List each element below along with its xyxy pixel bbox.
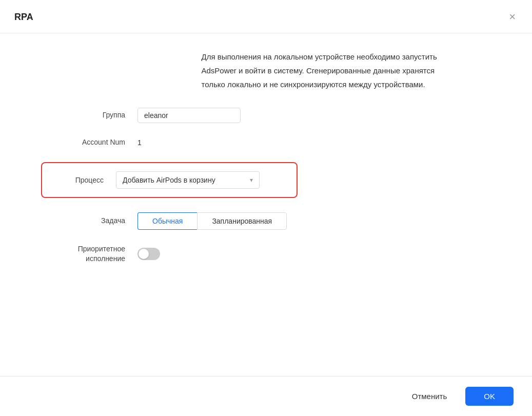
group-label: Группа — [51, 110, 125, 121]
task-label: Задача — [51, 216, 125, 226]
dialog-footer: Отменить OK — [0, 376, 532, 416]
dialog-title: RPA — [14, 12, 33, 23]
toggle-knob — [139, 249, 149, 259]
process-label: Процесс — [52, 176, 104, 184]
process-highlight-box: Процесс Добавить AirPods в корзину ▾ — [41, 162, 298, 198]
task-normal-button[interactable]: Обычная — [137, 212, 197, 230]
group-input[interactable] — [137, 108, 241, 123]
dialog-header: RPA × — [0, 0, 532, 33]
process-inner: Процесс Добавить AirPods в корзину ▾ — [52, 171, 286, 189]
info-text: Для выполнения на локальном устройстве н… — [76, 50, 456, 91]
account-num-value: 1 — [137, 138, 142, 147]
task-button-group: Обычная Запланированная — [137, 212, 287, 230]
chevron-down-icon: ▾ — [250, 176, 253, 184]
rpa-dialog: RPA × Для выполнения на локальном устрой… — [0, 0, 532, 416]
ok-button[interactable]: OK — [465, 387, 514, 406]
task-row: Задача Обычная Запланированная — [0, 212, 532, 230]
group-row: Группа — [0, 108, 532, 123]
priority-label: Приоритетное исполнение — [51, 244, 125, 264]
dialog-body: Для выполнения на локальном устройстве н… — [0, 33, 532, 376]
process-select-value: Добавить AirPods в корзину — [123, 176, 215, 184]
account-num-label: Account Num — [51, 137, 125, 148]
account-num-row: Account Num 1 — [0, 137, 532, 148]
priority-row: Приоритетное исполнение — [0, 244, 532, 264]
priority-toggle[interactable] — [137, 248, 160, 260]
process-row-outer: Процесс Добавить AirPods в корзину ▾ — [0, 162, 532, 198]
task-scheduled-button[interactable]: Запланированная — [197, 212, 287, 230]
process-select[interactable]: Добавить AirPods в корзину ▾ — [116, 171, 260, 189]
close-button[interactable]: × — [507, 9, 518, 25]
cancel-button[interactable]: Отменить — [402, 387, 458, 406]
